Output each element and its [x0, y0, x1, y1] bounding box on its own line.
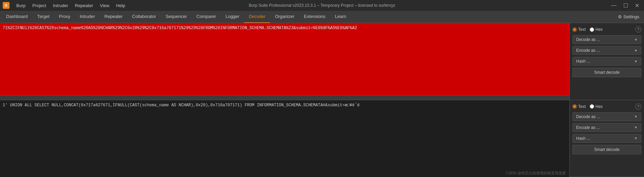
text-radio-1[interactable]: [572, 27, 577, 32]
maximize-button[interactable]: ☐: [621, 2, 630, 9]
settings-button[interactable]: ⚙ Settings: [614, 13, 643, 21]
window-title: Burp Suite Professional v2023.10.3.1 – T…: [249, 3, 395, 8]
tab-logger[interactable]: Logger: [221, 11, 244, 23]
decode-as-arrow-2: ▼: [634, 115, 638, 118]
title-bar: B Burp Project Intruder Repeater View He…: [0, 0, 644, 11]
encode-as-arrow-1: ▼: [634, 49, 638, 52]
tab-sequencer[interactable]: Sequencer: [161, 11, 192, 23]
tab-intruder[interactable]: Intruder: [75, 11, 100, 23]
text-radio-2[interactable]: [572, 104, 577, 109]
hex-radio-2[interactable]: [590, 104, 594, 109]
encoder-input-2[interactable]: [0, 100, 569, 177]
scrollbar-1[interactable]: [0, 95, 569, 100]
help-icon-2[interactable]: ?: [635, 104, 641, 110]
encode-as-arrow-2: ▼: [634, 126, 638, 129]
text-radio-2-text: Text: [578, 104, 586, 109]
hash-button-1[interactable]: Hash ... ▼: [572, 57, 641, 66]
radio-group-1: Text Hex ?: [572, 26, 641, 33]
hash-label-1: Hash ...: [576, 59, 590, 64]
input-panel-1: [0, 23, 569, 100]
decode-as-label-2: Decode as ...: [576, 114, 600, 119]
encode-as-label-1: Encode as ...: [576, 48, 600, 53]
encoder-input-1[interactable]: [0, 23, 569, 95]
controls-section-1: Text Hex ? Decode as ... ▼ Encode as ...…: [570, 23, 644, 100]
decode-as-button-1[interactable]: Decode as ... ▼: [572, 35, 641, 44]
tab-learn[interactable]: Learn: [330, 11, 351, 23]
tab-dashboard[interactable]: Dashboard: [1, 11, 33, 23]
text-radio-2-label[interactable]: Text: [572, 104, 586, 109]
title-bar-left: B Burp Project Intruder Repeater View He…: [3, 2, 128, 9]
decoder-right: Text Hex ? Decode as ... ▼ Encode as ...…: [569, 23, 644, 177]
text-radio-1-text: Text: [578, 27, 586, 32]
hash-arrow-2: ▼: [634, 136, 638, 140]
menu-burp[interactable]: Burp: [14, 2, 28, 9]
menu-repeater[interactable]: Repeater: [72, 2, 96, 9]
controls-section-2: Text Hex ? Decode as ... ▼ Encode as ...…: [570, 100, 644, 177]
window-controls: — ☐ ✕: [609, 2, 641, 9]
help-icon-1[interactable]: ?: [635, 26, 641, 32]
burp-logo: B: [3, 2, 10, 9]
hex-radio-2-label[interactable]: Hex: [590, 104, 603, 109]
tab-proxy[interactable]: Proxy: [54, 11, 75, 23]
encode-as-label-2: Encode as ...: [576, 125, 600, 130]
hex-radio-1-text: Hex: [595, 27, 603, 32]
nav-tabs: Dashboard Target Proxy Intruder Repeater…: [0, 11, 644, 23]
decoder-left: [0, 23, 569, 177]
decode-as-label-1: Decode as ...: [576, 37, 600, 42]
close-button[interactable]: ✕: [633, 2, 641, 9]
decode-as-arrow-1: ▼: [634, 38, 638, 42]
menu-help[interactable]: Help: [113, 2, 128, 9]
text-radio-1-label[interactable]: Text: [572, 27, 586, 32]
hex-radio-2-text: Hex: [595, 104, 603, 109]
tab-collaborator[interactable]: Collaborator: [127, 11, 161, 23]
tab-decoder[interactable]: Decoder: [244, 11, 270, 23]
decode-as-button-2[interactable]: Decode as ... ▼: [572, 112, 641, 121]
hash-button-2[interactable]: Hash ... ▼: [572, 134, 641, 143]
output-panel-2: [0, 100, 569, 177]
menu-intruder[interactable]: Intruder: [50, 2, 71, 9]
hex-radio-1-label[interactable]: Hex: [590, 27, 603, 32]
minimize-button[interactable]: —: [609, 2, 619, 9]
smart-decode-button-1[interactable]: Smart decode: [572, 68, 641, 77]
tab-organizer[interactable]: Organizer: [270, 11, 299, 23]
encode-as-button-1[interactable]: Encode as ... ▼: [572, 46, 641, 55]
menu-project[interactable]: Project: [30, 2, 49, 9]
main-content: Text Hex ? Decode as ... ▼ Encode as ...…: [0, 23, 644, 177]
hash-label-2: Hash ...: [576, 136, 590, 141]
hex-radio-1[interactable]: [590, 27, 594, 32]
tab-extensions[interactable]: Extensions: [299, 11, 330, 23]
menu-bar: Burp Project Intruder Repeater View Help: [14, 2, 128, 9]
tab-target[interactable]: Target: [33, 11, 54, 23]
tab-repeater[interactable]: Repeater: [100, 11, 127, 23]
tab-comparer[interactable]: Comparer: [192, 11, 221, 23]
menu-view[interactable]: View: [97, 2, 112, 9]
radio-group-2: Text Hex ?: [572, 103, 641, 110]
watermark: CSDN @你怎么知道我的标是我老婆: [506, 171, 566, 176]
encode-as-button-2[interactable]: Encode as ... ▼: [572, 123, 641, 132]
hash-arrow-1: ▼: [634, 60, 638, 63]
smart-decode-button-2[interactable]: Smart decode: [572, 145, 641, 154]
